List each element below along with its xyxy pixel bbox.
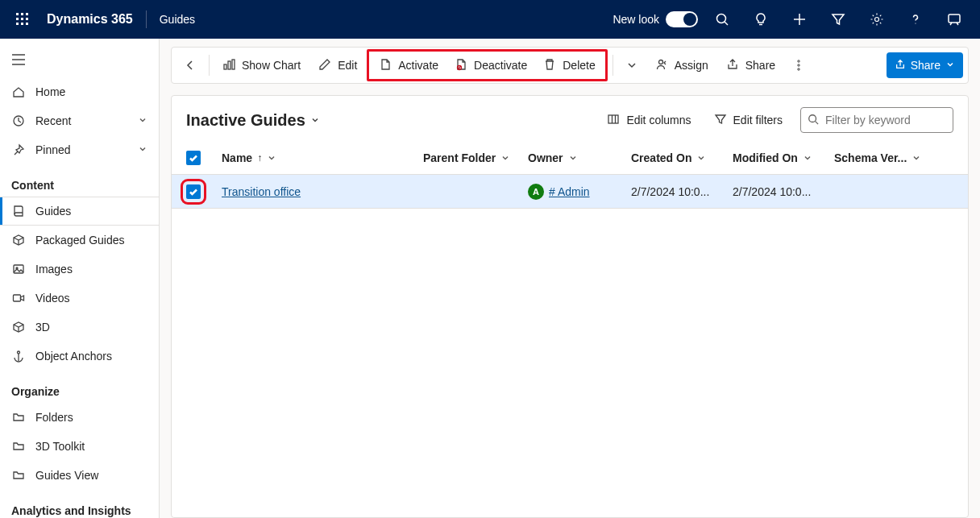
sidebar-item-guides[interactable]: Guides xyxy=(0,197,159,226)
keyword-filter[interactable] xyxy=(800,107,953,133)
column-header-schema[interactable]: Schema Ver... xyxy=(834,151,923,164)
chevron-down-icon xyxy=(568,153,578,163)
sidebar-item-object-anchors[interactable]: Object Anchors xyxy=(0,342,159,371)
video-icon xyxy=(11,292,26,305)
toggle-switch-icon[interactable] xyxy=(666,11,698,27)
cell-modified: 2/7/2024 10:0... xyxy=(733,185,834,198)
sidebar-section-organize: Organize xyxy=(0,371,159,403)
sidebar-item-3d[interactable]: 3D xyxy=(0,313,159,342)
more-commands-button[interactable] xyxy=(785,52,812,79)
cell-created: 2/7/2024 10:0... xyxy=(631,185,733,198)
column-label: Owner xyxy=(528,151,563,164)
back-button[interactable] xyxy=(176,52,204,79)
share-primary-button[interactable]: Share xyxy=(887,52,963,78)
settings-icon[interactable] xyxy=(858,0,896,39)
command-label: Share xyxy=(745,59,775,72)
share-icon xyxy=(895,59,906,73)
search-icon xyxy=(808,114,819,127)
svg-rect-27 xyxy=(232,60,235,69)
row-checkbox[interactable] xyxy=(186,184,201,199)
tool-label: Edit filters xyxy=(733,114,783,126)
edit-columns-button[interactable]: Edit columns xyxy=(602,110,696,131)
svg-rect-4 xyxy=(21,18,23,20)
command-label: Show Chart xyxy=(242,59,301,72)
edit-filters-button[interactable]: Edit filters xyxy=(709,110,787,131)
sidebar-item-recent[interactable]: Recent xyxy=(0,106,159,135)
column-header-modified[interactable]: Modified On xyxy=(733,151,834,164)
document-icon xyxy=(379,58,392,73)
search-input[interactable] xyxy=(824,113,968,127)
add-icon[interactable] xyxy=(780,0,819,39)
share-button[interactable]: Share xyxy=(718,52,783,79)
sidebar-item-videos[interactable]: Videos xyxy=(0,284,159,313)
columns-icon xyxy=(607,113,620,128)
sidebar-item-images[interactable]: Images xyxy=(0,255,159,284)
owner-link[interactable]: # Admin xyxy=(549,185,590,198)
home-icon xyxy=(11,85,26,98)
svg-point-30 xyxy=(658,60,662,64)
view-title[interactable]: Inactive Guides xyxy=(186,111,320,130)
topbar-separator xyxy=(146,10,147,28)
sidebar-item-label: Guides View xyxy=(35,469,147,482)
column-label: Schema Ver... xyxy=(834,151,907,164)
book-icon xyxy=(11,205,26,218)
show-chart-button[interactable]: Show Chart xyxy=(214,52,309,79)
svg-point-15 xyxy=(915,23,916,23)
sidebar-item-folders[interactable]: Folders xyxy=(0,403,159,432)
svg-point-9 xyxy=(717,15,726,23)
svg-rect-2 xyxy=(26,13,28,15)
record-name-link[interactable]: Transition office xyxy=(222,185,301,198)
svg-rect-21 xyxy=(14,265,23,273)
overflow-chevron-button[interactable] xyxy=(618,52,646,79)
select-all-checkbox[interactable] xyxy=(186,151,201,165)
separator xyxy=(209,55,210,76)
svg-point-24 xyxy=(18,351,20,354)
chart-icon xyxy=(222,58,235,73)
view-title-label: Inactive Guides xyxy=(186,111,305,130)
folder-icon xyxy=(11,440,26,453)
sidebar-item-pinned[interactable]: Pinned xyxy=(0,135,159,164)
sidebar-collapse-button[interactable] xyxy=(0,42,159,77)
new-look-toggle[interactable]: New look xyxy=(612,11,698,27)
app-launcher-icon[interactable] xyxy=(3,0,42,39)
edit-button[interactable]: Edit xyxy=(310,52,365,79)
column-header-name[interactable]: Name ↑ xyxy=(222,151,423,164)
view-header: Inactive Guides Edit columns Edit filter… xyxy=(172,96,968,141)
column-header-owner[interactable]: Owner xyxy=(528,151,631,164)
sidebar-item-3d-toolkit[interactable]: 3D Toolkit xyxy=(0,432,159,461)
sidebar-item-home[interactable]: Home xyxy=(0,77,159,106)
lightbulb-icon[interactable] xyxy=(741,0,780,39)
folder-icon xyxy=(11,469,26,482)
svg-rect-23 xyxy=(14,295,21,301)
sidebar-item-guides-view[interactable]: Guides View xyxy=(0,461,159,490)
deactivate-button[interactable]: Deactivate xyxy=(446,52,535,79)
chevron-down-icon xyxy=(911,153,921,163)
activate-button[interactable]: Activate xyxy=(371,52,446,79)
sidebar-item-label: Home xyxy=(35,85,147,98)
filter-icon[interactable] xyxy=(819,0,858,39)
svg-rect-26 xyxy=(228,61,230,69)
sidebar-item-label: 3D xyxy=(35,321,147,334)
sidebar-item-label: Videos xyxy=(35,292,147,305)
folder-icon xyxy=(11,411,26,424)
delete-button[interactable]: Delete xyxy=(535,52,603,79)
sidebar-item-label: Guides xyxy=(35,205,147,218)
column-label: Created On xyxy=(631,151,691,164)
sidebar-item-label: Recent xyxy=(35,114,128,127)
svg-point-32 xyxy=(798,64,799,66)
svg-rect-34 xyxy=(608,115,618,123)
global-topbar: Dynamics 365 Guides New look xyxy=(0,0,980,39)
svg-line-38 xyxy=(816,121,819,124)
assistant-icon[interactable] xyxy=(935,0,974,39)
search-icon[interactable] xyxy=(703,0,741,39)
separator xyxy=(612,55,613,76)
help-icon[interactable] xyxy=(896,0,935,39)
assign-button[interactable]: Assign xyxy=(647,52,716,79)
sidebar-item-packaged-guides[interactable]: Packaged Guides xyxy=(0,226,159,255)
column-header-created[interactable]: Created On xyxy=(631,151,733,164)
command-bar: Show Chart Edit Activate Deactivate Dele… xyxy=(171,47,969,84)
table-row[interactable]: Transition office A # Admin 2/7/2024 10:… xyxy=(172,175,968,209)
command-label: Share xyxy=(911,59,941,72)
module-title: Guides xyxy=(160,13,195,26)
column-header-parent[interactable]: Parent Folder xyxy=(423,151,528,164)
